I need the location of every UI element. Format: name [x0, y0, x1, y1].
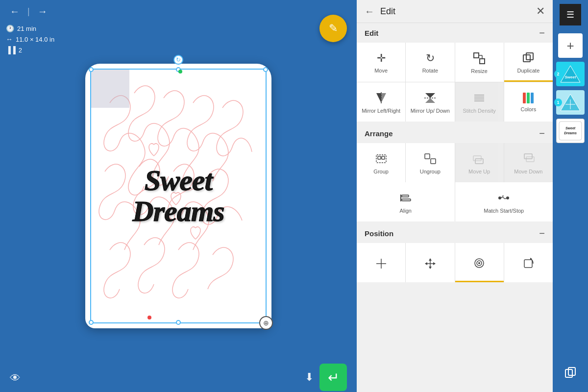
svg-marker-10 — [425, 98, 435, 103]
move-down-icon — [521, 152, 535, 166]
edit-section-header[interactable]: Edit − — [357, 23, 553, 43]
group-icon — [374, 152, 388, 166]
design-container[interactable]: ↻ ⊕ Sweet Dreams — [75, 54, 281, 338]
svg-rect-27 — [402, 199, 411, 201]
svg-marker-44 — [561, 66, 580, 82]
handle-bottom-center[interactable] — [176, 320, 181, 325]
add-layer-button[interactable]: + — [558, 33, 583, 58]
align-icon — [399, 191, 413, 205]
edit-fab-icon: ✎ — [329, 22, 338, 35]
panel-close-button[interactable]: ✕ — [536, 5, 545, 18]
eye-button[interactable]: 👁 — [10, 372, 21, 385]
arrange-group-item[interactable]: Group — [357, 143, 405, 182]
end-point-dot — [147, 316, 151, 319]
arrange-move-up-item: Move Up — [455, 143, 504, 182]
mirror-ud-label: Mirror Up/ Down — [411, 108, 450, 114]
svg-rect-20 — [431, 159, 436, 164]
position-rotate-icon — [521, 257, 535, 270]
rotate-label: Rotate — [422, 68, 438, 74]
arrange-move-down-item: Move Down — [504, 143, 553, 182]
edit-colors-item[interactable]: Colors — [504, 82, 553, 122]
edit-resize-item[interactable]: Resize — [455, 43, 504, 82]
svg-marker-37 — [425, 262, 427, 265]
svg-rect-19 — [425, 154, 430, 159]
move-up-label: Move Up — [468, 169, 490, 175]
canvas-workspace: ↻ ⊕ Sweet Dreams — [0, 29, 357, 363]
arrange-section: Arrange − Group Ungroup — [357, 123, 553, 221]
edit-rotate-item[interactable]: ↻ Rotate — [406, 43, 454, 82]
thumbnail-badge-2: 2 — [554, 70, 562, 78]
mirror-lr-label: Mirror Left/Right — [362, 108, 400, 114]
confirm-button[interactable]: ↵ — [319, 364, 347, 391]
position-rotate-item[interactable] — [504, 243, 553, 282]
svg-rect-18 — [382, 156, 385, 159]
rotate-handle[interactable]: ↻ — [173, 55, 183, 65]
svg-marker-6 — [376, 93, 381, 103]
move-down-label: Move Down — [514, 169, 542, 175]
position-section-title: Position — [365, 229, 393, 238]
clock-icon: 🕐 — [6, 24, 14, 32]
right-panel: ← Edit ✕ Edit − ✛ Move ↻ Rotate — [357, 0, 553, 392]
undo-button[interactable]: ← — [6, 4, 24, 19]
stitch-density-icon — [472, 91, 486, 105]
panel-back-button[interactable]: ← — [365, 6, 374, 17]
svg-rect-21 — [475, 159, 483, 164]
toolbar-divider: | — [27, 6, 30, 17]
arrange-ungroup-item[interactable]: Ungroup — [406, 143, 454, 182]
edit-mirror-ud-item[interactable]: Mirror Up/ Down — [406, 82, 454, 122]
mirror-ud-icon — [423, 91, 437, 105]
position-target-item[interactable] — [455, 243, 504, 282]
edit-fab-button[interactable]: ✎ — [319, 15, 347, 42]
arrange-section-header[interactable]: Arrange − — [357, 123, 553, 143]
thumbnail-image-3[interactable]: Sweet Dreams — [556, 119, 585, 143]
arrange-align-item[interactable]: Align — [357, 182, 455, 221]
add-icon: + — [566, 38, 574, 53]
thumbnail-panel: ☰ + Sweet 2 1 Sweet — [553, 0, 588, 392]
size-icon: ↔ — [6, 35, 13, 43]
edit-section: Edit − ✛ Move ↻ Rotate — [357, 23, 553, 122]
svg-rect-22 — [473, 156, 481, 161]
match-start-stop-label: Match Start/Stop — [484, 208, 524, 214]
edit-duplicate-item[interactable]: Duplicate — [504, 43, 553, 82]
svg-rect-23 — [524, 154, 532, 159]
handle-bottom-left[interactable] — [89, 320, 94, 325]
time-row: 🕐 21 min — [6, 24, 54, 32]
svg-rect-26 — [402, 195, 409, 197]
position-arrows-item[interactable] — [406, 243, 454, 282]
download-button[interactable]: ⬇ — [305, 371, 314, 384]
edit-mirror-lr-item[interactable]: Mirror Left/Right — [357, 82, 405, 122]
canvas-area: ← | → 🕐 21 min ↔ 11.0 × 14.0 in ▐▐ 2 ✎ — [0, 0, 357, 392]
download-icon: ⬇ — [305, 371, 314, 383]
svg-rect-0 — [474, 53, 479, 58]
svg-rect-49 — [559, 122, 582, 140]
move-up-icon — [472, 152, 486, 166]
time-value: 21 min — [17, 25, 36, 32]
layers-icon: ▐▐ — [6, 46, 16, 54]
move-handle[interactable]: ⊕ — [259, 316, 273, 330]
position-section: Position − — [357, 223, 553, 282]
selection-box[interactable]: ↻ ⊕ — [90, 69, 267, 323]
stitch-density-label: Stitch Density — [463, 108, 496, 114]
layers-row: ▐▐ 2 — [6, 46, 54, 54]
redo-button[interactable]: → — [34, 4, 51, 19]
position-crosshair-icon — [374, 257, 388, 270]
handle-top-right[interactable] — [263, 67, 268, 72]
thumbnail-badge-1: 1 — [554, 98, 562, 106]
bottom-toolbar: 👁 ⬇ ↵ — [0, 363, 357, 392]
position-crosshair-item[interactable] — [357, 243, 405, 282]
arrange-match-item[interactable]: Match Start/Stop — [455, 182, 553, 221]
edit-grid: ✛ Move ↻ Rotate Resize — [357, 43, 553, 122]
edit-section-title: Edit — [365, 29, 378, 37]
panel-copy-button[interactable] — [564, 366, 577, 382]
menu-button[interactable]: ☰ — [560, 4, 581, 25]
move-icon: ✛ — [377, 52, 386, 65]
handle-top-left[interactable] — [89, 67, 94, 72]
ungroup-icon — [423, 152, 437, 166]
position-target-icon — [472, 256, 486, 270]
edit-move-item[interactable]: ✛ Move — [357, 43, 405, 82]
position-arrows-icon — [423, 257, 437, 270]
info-panel: 🕐 21 min ↔ 11.0 × 14.0 in ▐▐ 2 — [6, 24, 54, 54]
position-section-header[interactable]: Position − — [357, 223, 553, 243]
menu-icon: ☰ — [566, 9, 574, 20]
resize-label: Resize — [471, 68, 488, 74]
